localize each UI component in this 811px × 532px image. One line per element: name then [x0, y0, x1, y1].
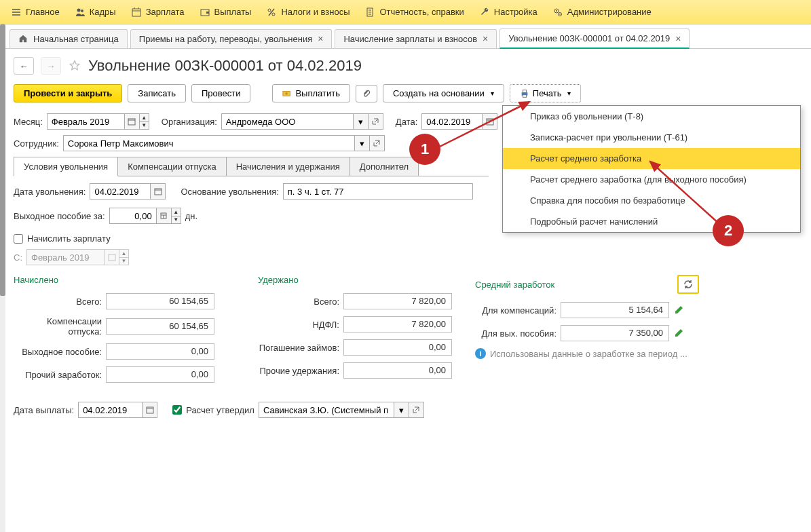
sredniy-komp: 5 154,64 — [561, 302, 669, 318]
calendar-button[interactable] — [151, 183, 166, 200]
svg-rect-2 — [132, 9, 140, 16]
dropdown-button[interactable]: ▾ — [394, 402, 409, 418]
provesti-button[interactable]: Провести — [191, 84, 251, 102]
close-icon[interactable]: × — [483, 34, 488, 43]
svg-point-6 — [272, 13, 275, 16]
gears-icon — [552, 7, 563, 18]
dropdown-button[interactable]: ▾ — [354, 113, 369, 130]
severance-unit: дн. — [185, 211, 197, 221]
calendar-button[interactable] — [483, 113, 497, 130]
attach-button[interactable] — [356, 85, 377, 102]
menu-zarplata[interactable]: Зарплата — [124, 4, 191, 20]
menu-hamburger[interactable]: Главное — [4, 4, 67, 20]
percent-icon — [266, 7, 277, 18]
print-item-raschet-vyh[interactable]: Расчет среднего заработка (для выходного… — [503, 169, 800, 190]
org-input[interactable] — [221, 113, 354, 130]
approved-input[interactable] — [259, 402, 394, 418]
subtab-kompensacii[interactable]: Компенсации отпуска — [117, 157, 227, 176]
close-icon[interactable]: × — [675, 34, 681, 43]
annotation-1: 1 — [409, 134, 440, 165]
calendar-icon — [128, 117, 136, 126]
annotation-2: 2 — [713, 215, 744, 246]
open-icon — [372, 118, 379, 125]
vyplatit-button[interactable]: Выплатить — [272, 84, 350, 102]
zapisat-button[interactable]: Записать — [128, 84, 186, 102]
dismiss-date-input[interactable] — [90, 183, 151, 200]
accrue-salary-checkbox[interactable]: Начислить зарплату — [14, 233, 111, 244]
provesti-zakryt-button[interactable]: Провести и закрыть — [14, 84, 122, 102]
approved-checkbox[interactable]: Расчет утвердил — [172, 405, 254, 415]
svg-rect-4 — [206, 12, 209, 14]
print-menu: Приказ об увольнении (Т-8) Записка-расче… — [502, 105, 801, 233]
menu-vyplaty[interactable]: Выплаты — [193, 4, 259, 20]
severance-spinner[interactable]: ▲▼ — [172, 208, 181, 224]
paperclip-icon — [362, 89, 371, 98]
wallet-icon — [200, 7, 210, 18]
employee-input[interactable] — [63, 135, 355, 151]
menu-nastroika[interactable]: Настройка — [472, 4, 544, 20]
uderzhano-proch: 0,00 — [343, 362, 452, 379]
menu-admin[interactable]: Администрирование — [546, 4, 658, 20]
menu-nalogi[interactable]: Налоги и взносы — [259, 4, 356, 20]
svg-rect-22 — [147, 407, 153, 413]
pencil-icon[interactable] — [673, 305, 684, 316]
calendar-button[interactable] — [143, 402, 157, 418]
nachisleno-proch: 0,00 — [106, 366, 214, 383]
print-item-raschet[interactable]: Расчет среднего заработка — [503, 148, 800, 169]
people-icon — [75, 7, 86, 18]
uderzhano-pog: 0,00 — [343, 339, 452, 356]
close-icon[interactable]: × — [318, 34, 323, 43]
dismiss-date-label: Дата увольнения: — [14, 187, 86, 197]
svg-rect-15 — [523, 90, 526, 92]
s-label: С: — [14, 252, 22, 263]
menu-otchetnost[interactable]: Отчетность, справки — [358, 4, 471, 20]
print-item-podrob[interactable]: Подробный расчет начислений — [503, 211, 800, 232]
date-input[interactable] — [421, 113, 483, 130]
month-input[interactable] — [47, 113, 125, 130]
month-spinner[interactable]: ▲▼ — [140, 113, 149, 130]
tab-nachislenie[interactable]: Начисление зарплаты и взносов × — [335, 29, 497, 48]
print-item-t61[interactable]: Записка-расчет при увольнении (Т-61) — [503, 127, 800, 148]
sozdat-na-osnovanii-button[interactable]: Создать на основании — [383, 84, 504, 102]
favorite-star-icon[interactable] — [68, 59, 81, 73]
calendar-button[interactable] — [125, 113, 140, 130]
basis-input[interactable] — [283, 183, 473, 200]
open-button[interactable] — [409, 402, 424, 418]
summary: Начислено Всего:60 154,65 Компенсации от… — [14, 275, 797, 390]
print-item-t8[interactable]: Приказ об увольнении (Т-8) — [503, 106, 800, 127]
subtab-nachisleniya[interactable]: Начисления и удержания — [226, 157, 350, 176]
refresh-button[interactable] — [677, 275, 699, 294]
tab-uvolnenie[interactable]: Увольнение 00ЗК-000001 от 04.02.2019 × — [499, 28, 690, 49]
svg-point-10 — [556, 10, 557, 12]
page-title: Увольнение 00ЗК-000001 от 04.02.2019 — [88, 57, 362, 75]
svg-point-5 — [268, 9, 271, 12]
open-button[interactable] — [370, 135, 385, 151]
calculator-button[interactable] — [157, 208, 172, 224]
uderzhano-total: 7 820,00 — [343, 293, 452, 309]
print-item-spravka[interactable]: Справка для пособия по безработице — [503, 190, 800, 211]
nav-back-button[interactable]: ← — [14, 57, 34, 75]
refresh-icon — [683, 279, 694, 290]
uderzhano-ndfl: 7 820,00 — [343, 316, 452, 332]
severance-input[interactable] — [109, 208, 157, 224]
nachisleno-vyh: 0,00 — [106, 343, 214, 360]
employee-label: Сотрудник: — [14, 138, 59, 149]
dropdown-button[interactable]: ▾ — [355, 135, 370, 151]
left-scrollbar[interactable] — [0, 24, 5, 532]
subtab-dopolnit[interactable]: Дополнител — [350, 157, 419, 176]
info-icon: i — [475, 348, 486, 359]
open-button[interactable] — [369, 113, 383, 130]
menu-kadry[interactable]: Кадры — [68, 4, 123, 20]
subtab-usloviya[interactable]: Условия увольнения — [14, 157, 118, 176]
info-note: i Использованы данные о заработке за пер… — [475, 348, 699, 359]
tab-home[interactable]: Начальная страница — [10, 29, 128, 48]
calendar-icon — [154, 187, 162, 195]
pechat-button[interactable]: Печать — [510, 84, 582, 102]
pencil-icon[interactable] — [673, 328, 684, 339]
date-label: Дата: — [396, 117, 417, 127]
col1-head: Начислено — [14, 275, 238, 285]
paydate-input[interactable] — [78, 402, 143, 418]
col2-head: Удержано — [258, 275, 455, 285]
tab-priemy[interactable]: Приемы на работу, переводы, увольнения × — [130, 29, 333, 48]
scrollbar-thumb[interactable] — [0, 24, 5, 296]
